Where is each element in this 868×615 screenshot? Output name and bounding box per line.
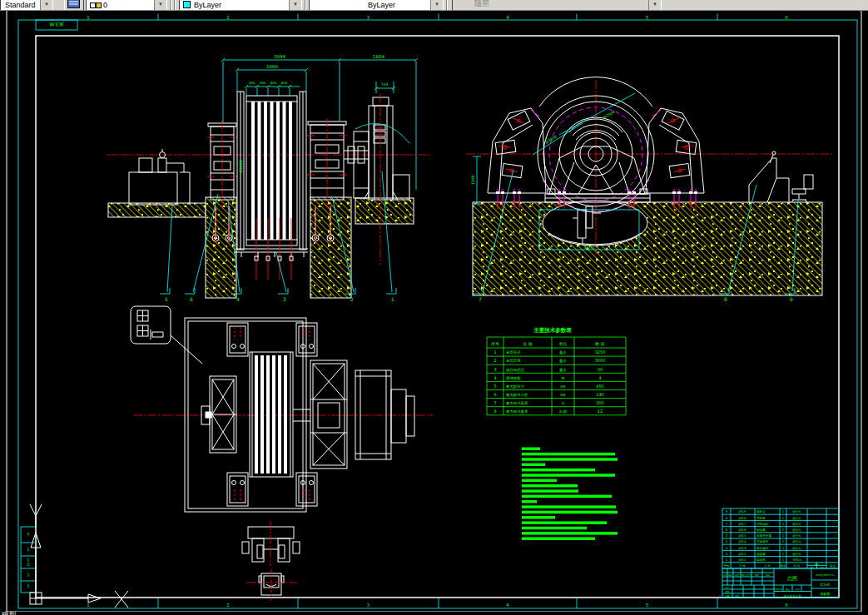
titleblock-label: 校核 [724, 590, 730, 593]
zone-number-bottom: 6 [785, 603, 788, 608]
title-block: 总图 内蒙古科技大学 提升机 装配图 共 1 张 第 1 张 标记处数分区更改文… [722, 568, 839, 598]
corner-label: JK3.M [50, 21, 65, 27]
part-no: 8 [726, 516, 728, 520]
parts-header: 备注 [830, 564, 835, 568]
balloon-number: 9 [790, 296, 793, 302]
zone-number-top: 1 [87, 15, 90, 20]
brake-stand-right [646, 108, 704, 193]
spec-cell-name: 缠绕层数 [506, 376, 521, 380]
part-code: JK3.2 [737, 553, 746, 556]
layer-combo[interactable]: 0 ▼ [86, 0, 167, 11]
part-material: 组合件 [793, 528, 802, 532]
spec-header: 名 称 [523, 341, 533, 346]
part-no: 6 [726, 528, 728, 532]
spec-cell-unit: 毫米 [559, 368, 567, 372]
chevron-down-icon[interactable]: ▼ [40, 0, 52, 10]
titleblock-label: 处数 [728, 573, 733, 577]
layer-manager-button[interactable] [64, 0, 84, 11]
part-name: 主轴装置 [756, 539, 769, 543]
titleblock-label: 日期 [765, 573, 770, 577]
balloon-number: 1 [391, 296, 394, 302]
dim-text: 600 [270, 81, 277, 85]
spec-cell-name: 卷筒直径 [506, 350, 521, 355]
spec-cell-value: 4 [598, 375, 601, 380]
spec-cell-no: 8 [494, 409, 496, 414]
dim-text: 1800 [584, 245, 595, 250]
spec-table: 序号名 称单位数 值1卷筒直径毫米32502卷筒宽度毫米30003钢丝绳直径毫米… [487, 337, 626, 415]
part-code: JK3.5 [737, 534, 746, 538]
layer-state-icon [90, 2, 96, 8]
note-line [522, 448, 540, 451]
note-line [522, 532, 618, 535]
parts-header: 材 料 [793, 564, 801, 568]
parts-header: 重量 [815, 563, 820, 566]
spec-cell-no: 7 [494, 400, 496, 405]
zone-number-bottom: 3 [367, 603, 370, 608]
spec-cell-name: 最大提升高度 [506, 401, 528, 405]
part-name: 司机椅 [756, 516, 766, 520]
chevron-down-icon[interactable]: ▼ [430, 0, 443, 10]
part-no: 5 [726, 533, 728, 538]
ucs-icon [30, 504, 128, 608]
style-combo[interactable]: Standard ▼ [0, 0, 53, 11]
parts-header: 代 号 [739, 564, 746, 568]
spec-cell-no: 2 [494, 358, 496, 363]
dim-text: 1804 [373, 54, 384, 59]
statusbar: 模型 [0, 612, 868, 615]
balloon-number: 8 [724, 296, 727, 302]
style-combo-value: Standard [5, 1, 36, 9]
note-line [522, 500, 537, 503]
bearing-pedestal-right [307, 118, 347, 208]
zone-number-top: 4 [506, 15, 509, 20]
chevron-down-icon[interactable]: ▼ [289, 0, 301, 10]
margin-cell-label: 日期 [27, 533, 30, 538]
part-material: 组合件 [793, 510, 802, 513]
chevron-down-icon[interactable]: ▼ [154, 0, 166, 10]
chevron-down-icon[interactable]: ▼ [648, 0, 661, 10]
toolbar-separator [170, 0, 171, 10]
detail-views [242, 521, 300, 601]
part-no: 4 [726, 539, 728, 543]
titleblock-label: 分区 [735, 573, 740, 577]
note-line [522, 505, 616, 508]
balloon-number: 5 [165, 296, 168, 302]
part-name: 制动器 [756, 528, 766, 532]
note-line [522, 469, 595, 472]
margin-cell-label: 签字 [27, 573, 30, 578]
note-line [522, 537, 595, 540]
titleblock-label: 签名 [755, 573, 760, 577]
dim-text: 300 [249, 81, 255, 85]
part-no: 7 [726, 522, 728, 526]
drawing-frame: JK3.M [18, 20, 857, 608]
window-borders [7, 11, 861, 612]
note-line [522, 521, 607, 524]
plotstyle-combo-value: 随层 [474, 0, 489, 9]
titleblock-label: 设计 [725, 586, 730, 589]
spec-cell-name: 最大提升速度 [506, 409, 528, 414]
titleblock-org: 内蒙古科技大学 [816, 573, 835, 577]
spec-cell-no: 5 [494, 384, 496, 389]
brake-stand-left [488, 108, 546, 193]
part-qty: 1 [782, 509, 785, 513]
part-code: JK3.4 [737, 540, 746, 543]
color-combo[interactable]: ByLayer ▼ [179, 0, 302, 11]
titleblock-title2: 装配图 [821, 592, 831, 596]
spec-cell-name: 最大静张力 [506, 384, 524, 389]
model-tab[interactable]: 模型 [2, 612, 17, 615]
drawing-canvas[interactable]: JK3.M 112233445566 日期签字底图总号签字日期 [0, 0, 868, 615]
spec-cell-unit: 毫米 [559, 350, 567, 355]
layer-combo-value: 0 [103, 1, 107, 9]
spec-cell-name: 最大静张力差 [506, 393, 528, 397]
app-window: Standard ▼ 0 ▼ ByLayer ▼ ByLayer ▼ 随层 ▼ [0, 0, 868, 615]
balloon-number: 4 [236, 296, 240, 302]
part-no: 1 [726, 558, 728, 562]
balloon-hook [278, 288, 288, 294]
side-view [466, 77, 834, 212]
note-line [522, 511, 618, 514]
linetype-combo[interactable]: ByLayer ▼ [309, 0, 444, 11]
spec-cell-value: 140 [596, 392, 604, 397]
dim-text: 1540 [471, 175, 475, 185]
zone-number-top: 6 [785, 15, 788, 20]
dim-text: 3044 [274, 54, 285, 59]
plotstyle-combo[interactable]: 随层 ▼ [452, 0, 662, 11]
